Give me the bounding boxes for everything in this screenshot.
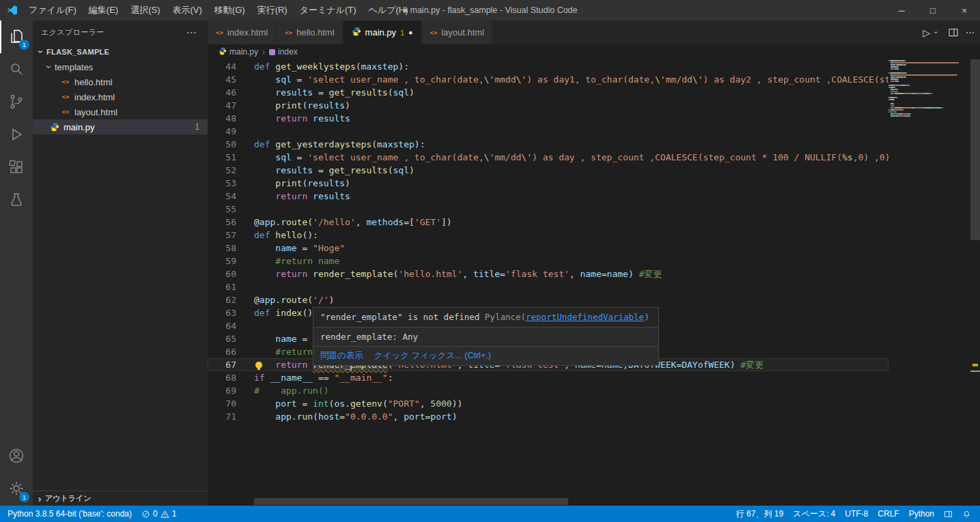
view-problem-link[interactable]: 問題の表示 xyxy=(320,350,363,362)
menu-edit[interactable]: 編集(E) xyxy=(83,0,124,20)
code-line-54[interactable]: 54 return results xyxy=(208,190,888,203)
code-line-70[interactable]: 70 port = int(os.getenv("PORT", 5000)) xyxy=(208,397,888,410)
code-line-57[interactable]: 57def hello(): xyxy=(208,229,888,242)
tab-layout-html[interactable]: <> layout.html xyxy=(421,20,493,44)
code-line-50[interactable]: 50def get_yesterdaysteps(maxstep): xyxy=(208,138,888,151)
code-line-68[interactable]: 68if __name__ == "__main__": xyxy=(208,371,888,384)
testing-activity-button[interactable] xyxy=(0,184,33,217)
code-line-51[interactable]: 51 sql = 'select user_name , to_char(dat… xyxy=(208,151,888,164)
menu-file[interactable]: ファイル(F) xyxy=(23,0,83,20)
line-number[interactable]: 63 xyxy=(208,306,254,319)
code-line-71[interactable]: 71 app.run(host="0.0.0.0", port=port) xyxy=(208,410,888,423)
code-line-55[interactable]: 55 xyxy=(208,203,888,216)
code-line-52[interactable]: 52 results = get_results(sql) xyxy=(208,164,888,177)
code-line-58[interactable]: 58 name = "Hoge" xyxy=(208,242,888,255)
cursor-position-item[interactable]: 行 67、列 19 xyxy=(731,506,788,522)
encoding-item[interactable]: UTF-8 xyxy=(840,506,873,522)
line-number[interactable]: 56 xyxy=(208,216,254,229)
account-button[interactable] xyxy=(0,440,33,473)
source-control-activity-button[interactable] xyxy=(0,86,33,119)
line-number[interactable]: 50 xyxy=(208,138,254,151)
tab-hello-html[interactable]: <> hello.html xyxy=(277,20,343,44)
code-line-45[interactable]: 45 sql = 'select user_name , to_char(dat… xyxy=(208,73,888,86)
code-line-62[interactable]: 62@app.route('/') xyxy=(208,293,888,306)
menu-view[interactable]: 表示(V) xyxy=(167,0,208,20)
horizontal-scrollbar[interactable] xyxy=(208,497,888,506)
tree-file-main-py[interactable]: main.py 1 xyxy=(33,119,208,134)
split-editor-button[interactable] xyxy=(948,27,959,38)
code-editor[interactable]: 44def get_weeklysteps(maxstep):45 sql = … xyxy=(208,60,888,497)
line-number[interactable]: 67 xyxy=(208,358,254,371)
minimap[interactable] xyxy=(888,60,970,497)
line-number[interactable]: 55 xyxy=(208,203,254,216)
extensions-activity-button[interactable] xyxy=(0,151,33,184)
tree-file-index-html[interactable]: <> index.html xyxy=(33,89,208,104)
line-number[interactable]: 51 xyxy=(208,151,254,164)
python-interpreter-item[interactable]: Python 3.8.5 64-bit ('base': conda) xyxy=(3,506,137,522)
code-line-44[interactable]: 44def get_weeklysteps(maxstep): xyxy=(208,60,888,73)
explorer-activity-button[interactable]: 1 xyxy=(0,20,33,53)
line-number[interactable]: 70 xyxy=(208,397,254,410)
line-number[interactable]: 47 xyxy=(208,99,254,112)
code-line-47[interactable]: 47 print(results) xyxy=(208,99,888,112)
outline-section[interactable]: › アウトライン xyxy=(33,491,208,506)
indentation-item[interactable]: スペース: 4 xyxy=(788,506,840,522)
line-number[interactable]: 46 xyxy=(208,86,254,99)
line-number[interactable]: 64 xyxy=(208,319,254,332)
code-line-60[interactable]: 60 return render_template('hello.html', … xyxy=(208,267,888,280)
menu-help[interactable]: ヘルプ(H) xyxy=(363,0,415,20)
menu-terminal[interactable]: ターミナル(T) xyxy=(294,0,363,20)
quick-fix-link[interactable]: クイック フィックス... (Ctrl+.) xyxy=(374,350,491,362)
line-number[interactable]: 49 xyxy=(208,125,254,138)
line-number[interactable]: 60 xyxy=(208,267,254,280)
line-number[interactable]: 59 xyxy=(208,255,254,267)
minimize-button[interactable]: ─ xyxy=(886,0,917,20)
horizontal-scrollbar-thumb[interactable] xyxy=(254,498,568,505)
run-debug-activity-button[interactable] xyxy=(0,119,33,151)
line-number[interactable]: 69 xyxy=(208,384,254,397)
line-number[interactable]: 62 xyxy=(208,293,254,306)
line-number[interactable]: 68 xyxy=(208,371,254,384)
line-number[interactable]: 71 xyxy=(208,410,254,423)
tab-main-py[interactable]: main.py 1 ● xyxy=(344,20,422,44)
language-mode-item[interactable]: Python xyxy=(904,506,939,522)
line-number[interactable]: 48 xyxy=(208,112,254,125)
tree-file-hello-html[interactable]: <> hello.html xyxy=(33,74,208,89)
code-line-61[interactable]: 61 xyxy=(208,280,888,293)
line-number[interactable]: 65 xyxy=(208,332,254,345)
line-number[interactable]: 53 xyxy=(208,177,254,190)
modified-dot-icon[interactable]: ● xyxy=(408,29,412,36)
tab-index-html[interactable]: <> index.html xyxy=(208,20,277,44)
line-number[interactable]: 57 xyxy=(208,229,254,242)
close-button[interactable]: × xyxy=(949,0,980,20)
settings-button[interactable]: 1 xyxy=(0,473,33,506)
code-line-69[interactable]: 69# app.run() xyxy=(208,384,888,397)
line-number[interactable]: 44 xyxy=(208,60,254,73)
line-number[interactable]: 45 xyxy=(208,73,254,86)
explorer-more-actions-icon[interactable]: ⋯ xyxy=(184,27,199,39)
run-python-file-button[interactable]: ▷ › xyxy=(923,27,941,38)
vertical-scrollbar[interactable] xyxy=(970,59,980,506)
line-number[interactable]: 52 xyxy=(208,164,254,177)
code-line-56[interactable]: 56@app.route('/hello', methods=['GET']) xyxy=(208,216,888,229)
breadcrumb-symbol[interactable]: index xyxy=(278,47,298,57)
hover-code-link[interactable]: reportUndefinedVariable xyxy=(526,312,644,322)
line-number[interactable]: 61 xyxy=(208,280,254,293)
menu-selection[interactable]: 選択(S) xyxy=(124,0,166,20)
menu-go[interactable]: 移動(G) xyxy=(208,0,251,20)
code-line-59[interactable]: 59 #return name xyxy=(208,255,888,267)
tree-file-layout-html[interactable]: <> layout.html xyxy=(33,104,208,119)
problems-indicator[interactable]: 0 1 xyxy=(137,506,181,522)
vertical-scrollbar-thumb[interactable] xyxy=(970,59,980,240)
breadcrumb-file[interactable]: main.py xyxy=(229,47,258,57)
menu-run[interactable]: 実行(R) xyxy=(251,0,294,20)
code-line-49[interactable]: 49 xyxy=(208,125,888,138)
tree-root-flask-sample[interactable]: › FLASK_SAMPLE xyxy=(33,44,208,59)
maximize-button[interactable]: □ xyxy=(917,0,949,20)
code-line-46[interactable]: 46 results = get_results(sql) xyxy=(208,86,888,99)
code-line-53[interactable]: 53 print(results) xyxy=(208,177,888,190)
line-number[interactable]: 58 xyxy=(208,242,254,255)
code-line-48[interactable]: 48 return results xyxy=(208,112,888,125)
line-number[interactable]: 54 xyxy=(208,190,254,203)
lightbulb-icon[interactable] xyxy=(255,362,262,368)
